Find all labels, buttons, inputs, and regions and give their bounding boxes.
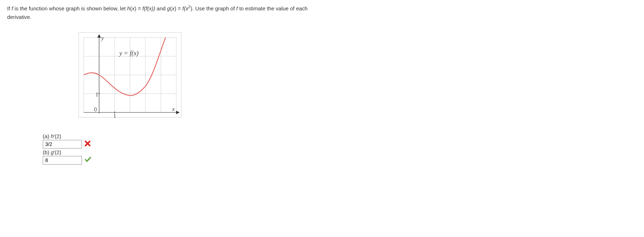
answer-a-input[interactable] (43, 140, 82, 148)
tick-y1: 1 (95, 91, 98, 97)
curve-label: y = f(x) (119, 50, 139, 57)
problem-statement: If f is the function whose graph is show… (7, 4, 637, 21)
text: If (7, 5, 12, 11)
answer-b-label: (b) g′(2) (43, 149, 637, 155)
graph-svg: 1 0 1 y x y = f(x) (78, 32, 182, 118)
answer-b-input[interactable] (43, 156, 82, 165)
text: . Use the graph of (192, 5, 236, 11)
eq: = (136, 5, 142, 11)
fx2-pre: f( (182, 5, 186, 11)
svg-marker-14 (176, 111, 179, 114)
label-prime: ′(2) (54, 133, 61, 139)
text: and (155, 5, 167, 11)
tick-x1: 1 (113, 113, 116, 118)
answer-a: (a) h′(2) (43, 133, 637, 148)
cross-icon (85, 141, 90, 148)
ffx: f(f(x)) (142, 5, 155, 11)
var-h: h (127, 5, 130, 11)
y-axis-label: y (100, 35, 104, 41)
curve-fx (84, 37, 166, 96)
var-g: g (167, 5, 170, 11)
tick-origin: 0 (94, 106, 97, 112)
var-x: x (132, 5, 135, 11)
var-x: x (186, 5, 188, 11)
x-axis-label: x (172, 106, 175, 112)
var-x: x (172, 5, 175, 11)
text: derivative. (7, 14, 31, 20)
label-fn: g (51, 149, 54, 155)
eq: = (176, 5, 182, 11)
text: is the function whose graph is shown bel… (13, 5, 127, 11)
label-prime: ′(2) (54, 149, 61, 155)
label-prefix: (b) (43, 149, 51, 155)
label-fn: h (51, 133, 54, 139)
graph-figure: 1 0 1 y x y = f(x) (78, 32, 637, 119)
check-icon (85, 157, 91, 164)
svg-marker-16 (98, 35, 100, 37)
answer-a-label: (a) h′(2) (43, 133, 637, 139)
answers-section: (a) h′(2) (b) g′(2) (43, 133, 637, 165)
label-prefix: (a) (43, 133, 51, 139)
text: to estimate the value of each (238, 5, 308, 11)
answer-b: (b) g′(2) (43, 149, 637, 165)
